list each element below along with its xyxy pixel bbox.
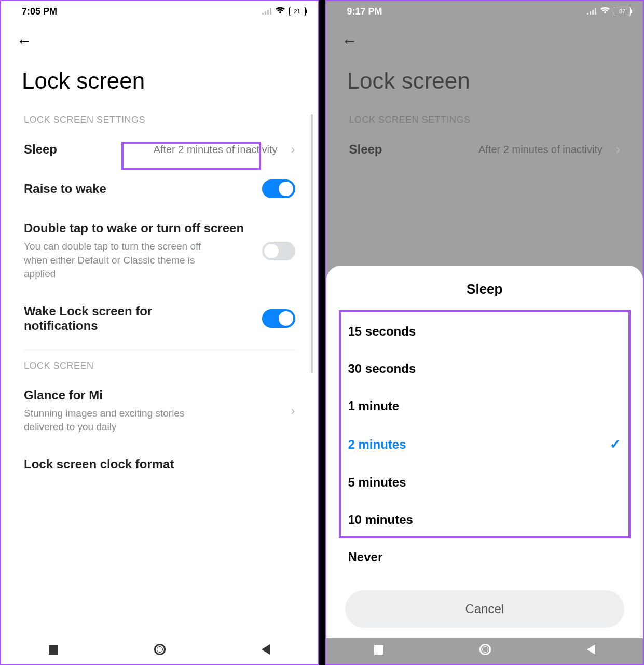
wifi-icon: [276, 7, 285, 16]
chevron-right-icon: ›: [291, 404, 295, 418]
nav-bar: [1, 638, 318, 664]
check-icon: ✓: [610, 436, 621, 452]
status-icons: 87: [587, 7, 631, 16]
battery-icon: 87: [614, 7, 631, 16]
sleep-value: After 2 minutes of inactivity: [478, 144, 602, 156]
double-tap-label: Double tap to wake or turn off screen: [24, 221, 254, 235]
sleep-option-30s[interactable]: 30 seconds: [326, 350, 643, 387]
raise-to-wake-row[interactable]: Raise to wake: [1, 168, 318, 210]
sleep-option-15s[interactable]: 15 seconds: [326, 313, 643, 350]
wake-lock-row[interactable]: Wake Lock screen for notifications: [1, 293, 318, 344]
sleep-option-5m[interactable]: 5 minutes: [326, 464, 643, 501]
home-button[interactable]: [154, 644, 166, 658]
right-screenshot: 9:17 PM 87 ← Lock screen LOCK SCREEN SET…: [325, 0, 645, 665]
recents-button[interactable]: [49, 644, 58, 658]
sleep-option-never[interactable]: Never: [326, 538, 643, 576]
section-header-lockscreen: LOCK SCREEN: [1, 355, 318, 377]
signal-icon: [587, 7, 596, 16]
wake-lock-label: Wake Lock screen for notifications: [24, 304, 190, 333]
sleep-option-10m[interactable]: 10 minutes: [326, 501, 643, 538]
status-time: 9:17 PM: [347, 6, 382, 17]
sleep-label: Sleep: [24, 142, 145, 157]
recents-button[interactable]: [374, 644, 383, 658]
back-arrow-icon[interactable]: ←: [342, 32, 358, 49]
chevron-right-icon: ›: [291, 142, 295, 157]
status-bar: 9:17 PM 87: [326, 1, 643, 22]
raise-to-wake-toggle[interactable]: [262, 179, 295, 198]
status-icons: 21: [262, 7, 306, 16]
sleep-option-2m[interactable]: 2 minutes✓: [326, 425, 643, 464]
glance-row[interactable]: Glance for Mi Stunning images and exciti…: [1, 377, 318, 446]
raise-to-wake-label: Raise to wake: [24, 182, 254, 196]
sleep-label: Sleep: [349, 142, 471, 157]
wifi-icon: [600, 7, 610, 16]
page-title: Lock screen: [1, 55, 318, 109]
sleep-option-1m[interactable]: 1 minute: [326, 387, 643, 425]
double-tap-desc: You can double tap to turn the screen of…: [24, 240, 221, 281]
signal-icon: [262, 7, 271, 16]
double-tap-row[interactable]: Double tap to wake or turn off screen Yo…: [1, 210, 318, 293]
glance-label: Glance for Mi: [24, 388, 278, 403]
header: ←: [1, 22, 318, 55]
clock-format-label: Lock screen clock format: [24, 457, 295, 472]
sleep-row[interactable]: Sleep After 2 minutes of inactivity ›: [326, 131, 643, 168]
battery-icon: 21: [289, 7, 306, 16]
nav-bar: [326, 638, 643, 664]
double-tap-toggle[interactable]: [262, 242, 295, 260]
section-header-settings: LOCK SCREEN SETTINGS: [1, 109, 318, 131]
clock-format-row[interactable]: Lock screen clock format: [1, 446, 318, 483]
section-header-settings: LOCK SCREEN SETTINGS: [326, 109, 643, 131]
status-bar: 7:05 PM 21: [1, 1, 318, 22]
cancel-button[interactable]: Cancel: [345, 590, 625, 628]
sheet-title: Sleep: [326, 281, 643, 297]
home-button[interactable]: [479, 644, 491, 658]
sleep-bottom-sheet: Sleep 15 seconds 30 seconds 1 minute 2 m…: [326, 266, 643, 638]
header: ←: [326, 22, 643, 55]
divider: [24, 350, 295, 350]
sleep-row[interactable]: Sleep After 2 minutes of inactivity ›: [1, 131, 318, 168]
back-button[interactable]: [587, 644, 595, 658]
page-title: Lock screen: [326, 55, 643, 109]
wake-lock-toggle[interactable]: [262, 309, 295, 328]
glance-desc: Stunning images and exciting stories del…: [24, 407, 221, 434]
chevron-right-icon: ›: [616, 142, 620, 157]
back-arrow-icon[interactable]: ←: [17, 32, 32, 49]
back-button[interactable]: [262, 644, 270, 658]
status-time: 7:05 PM: [22, 6, 57, 17]
sleep-value: After 2 minutes of inactivity: [154, 144, 278, 156]
left-screenshot: 7:05 PM 21 ← Lock screen LOCK SCREEN SET…: [0, 0, 319, 665]
